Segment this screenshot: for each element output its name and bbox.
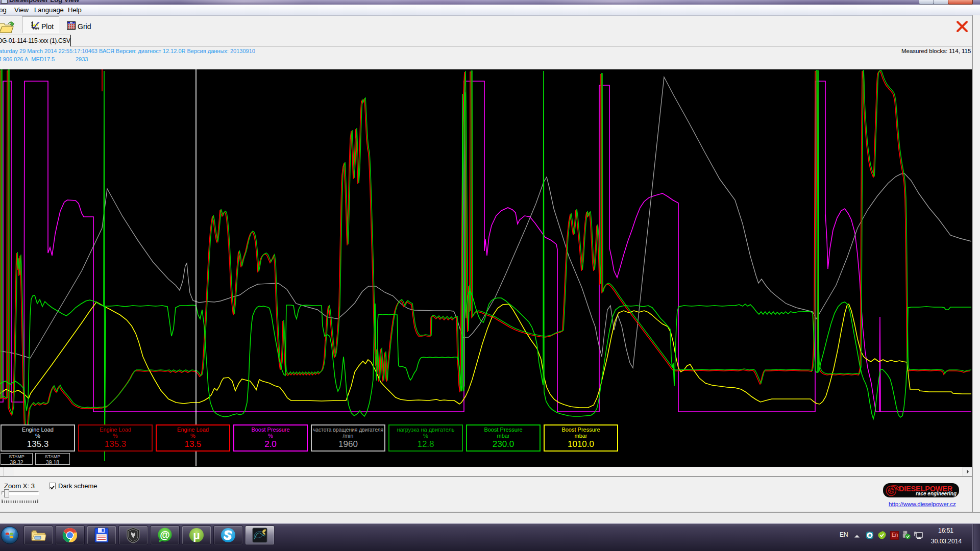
svg-text:@: @ bbox=[160, 529, 170, 540]
svg-text:e: e bbox=[868, 532, 871, 538]
svg-text:μ: μ bbox=[193, 529, 200, 542]
